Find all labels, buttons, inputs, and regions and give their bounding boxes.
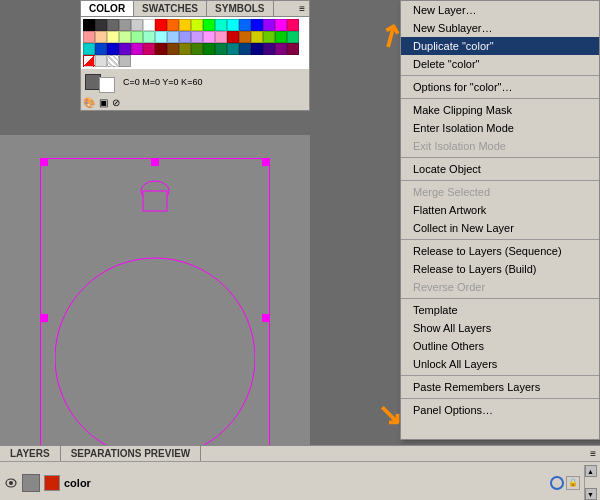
menu-item-release-build[interactable]: Release to Layers (Build)	[401, 260, 599, 278]
swatch[interactable]	[227, 43, 239, 55]
swatch[interactable]	[263, 31, 275, 43]
swatch[interactable]	[143, 43, 155, 55]
swatch[interactable]	[155, 31, 167, 43]
swatch[interactable]	[119, 55, 131, 67]
swatch[interactable]	[119, 19, 131, 31]
menu-item-outline-others[interactable]: Outline Others	[401, 337, 599, 355]
layer-name[interactable]: color	[64, 477, 546, 489]
swatch[interactable]	[131, 43, 143, 55]
swatch[interactable]	[215, 19, 227, 31]
scroll-up-arrow[interactable]: ▲	[585, 465, 597, 477]
swatch[interactable]	[167, 19, 179, 31]
tab-color[interactable]: COLOR	[81, 1, 134, 16]
swatch[interactable]	[263, 43, 275, 55]
layers-scrollbar[interactable]: ▲ ▼	[584, 465, 596, 500]
swatch[interactable]	[107, 19, 119, 31]
selection-handle	[262, 314, 270, 322]
menu-item-enter-isolation[interactable]: Enter Isolation Mode	[401, 119, 599, 137]
swatch[interactable]	[227, 19, 239, 31]
picker-icon[interactable]: 🎨	[83, 97, 95, 108]
swatch[interactable]	[179, 43, 191, 55]
swatch[interactable]	[179, 31, 191, 43]
swatch[interactable]	[251, 19, 263, 31]
menu-item-release-sequence[interactable]: Release to Layers (Sequence)	[401, 242, 599, 260]
menu-item-reverse-order[interactable]: Reverse Order	[401, 278, 599, 296]
menu-item-merge-selected[interactable]: Merge Selected	[401, 183, 599, 201]
swatch[interactable]	[251, 31, 263, 43]
menu-item-new-layer[interactable]: New Layer…	[401, 1, 599, 19]
swatch[interactable]	[239, 43, 251, 55]
swatch[interactable]	[155, 43, 167, 55]
tab-swatches[interactable]: SWATCHES	[134, 1, 207, 16]
menu-item-options-color[interactable]: Options for "color"…	[401, 78, 599, 96]
swatch[interactable]	[191, 43, 203, 55]
menu-item-unlock-all-layers[interactable]: Unlock All Layers	[401, 355, 599, 373]
panel-menu-icon[interactable]: ≡	[295, 1, 309, 16]
swatch[interactable]	[287, 43, 299, 55]
menu-item-duplicate-color[interactable]: Duplicate "color"	[401, 37, 599, 55]
swatch[interactable]	[251, 43, 263, 55]
swatch[interactable]	[191, 31, 203, 43]
menu-item-locate-object[interactable]: Locate Object	[401, 160, 599, 178]
none-icon[interactable]: ⊘	[112, 97, 120, 108]
svg-rect-6	[29, 478, 33, 482]
layer-lock-icon[interactable]: 🔒	[566, 476, 580, 490]
layers-panel-menu[interactable]: ≡	[586, 446, 600, 461]
swatch[interactable]	[83, 19, 95, 31]
swatch[interactable]	[227, 31, 239, 43]
swatch[interactable]	[167, 43, 179, 55]
tool-row: 🎨 ▣ ⊘	[81, 95, 309, 110]
background-indicator[interactable]	[99, 77, 115, 93]
swatch[interactable]	[287, 31, 299, 43]
swatch[interactable]	[275, 19, 287, 31]
menu-item-paste-remembers[interactable]: Paste Remembers Layers	[401, 378, 599, 396]
swatch[interactable]	[239, 19, 251, 31]
swatch[interactable]	[191, 19, 203, 31]
swatch[interactable]	[95, 31, 107, 43]
menu-item-template[interactable]: Template	[401, 301, 599, 319]
tab-layers[interactable]: LAYERS	[0, 446, 61, 461]
swatch[interactable]	[107, 55, 119, 67]
swatch[interactable]	[83, 43, 95, 55]
swatch[interactable]	[203, 19, 215, 31]
swatch[interactable]	[95, 19, 107, 31]
swatch[interactable]	[131, 31, 143, 43]
swatch[interactable]	[155, 19, 167, 31]
swatch[interactable]	[275, 43, 287, 55]
layer-visibility-toggle[interactable]	[4, 476, 18, 490]
menu-item-exit-isolation[interactable]: Exit Isolation Mode	[401, 137, 599, 155]
swatch[interactable]	[131, 19, 143, 31]
swatch[interactable]	[215, 31, 227, 43]
menu-item-make-clipping[interactable]: Make Clipping Mask	[401, 101, 599, 119]
swatch[interactable]	[83, 55, 95, 67]
swatch[interactable]	[83, 31, 95, 43]
tab-symbols[interactable]: SYMBOLS	[207, 1, 273, 16]
swatch[interactable]	[215, 43, 227, 55]
gradient-icon[interactable]: ▣	[99, 97, 108, 108]
swatch[interactable]	[119, 31, 131, 43]
tab-separations-preview[interactable]: SEPARATIONS PREVIEW	[61, 446, 202, 461]
swatch[interactable]	[95, 43, 107, 55]
swatch[interactable]	[275, 31, 287, 43]
swatch[interactable]	[143, 19, 155, 31]
swatch[interactable]	[143, 31, 155, 43]
scroll-down-arrow[interactable]: ▼	[585, 488, 597, 500]
swatch[interactable]	[167, 31, 179, 43]
menu-item-new-sublayer[interactable]: New Sublayer…	[401, 19, 599, 37]
swatch[interactable]	[239, 31, 251, 43]
layer-target-icon[interactable]	[550, 476, 564, 490]
menu-item-panel-options[interactable]: Panel Options…	[401, 401, 599, 419]
swatch[interactable]	[203, 31, 215, 43]
swatch[interactable]	[119, 43, 131, 55]
swatch[interactable]	[203, 43, 215, 55]
menu-item-collect-new-layer[interactable]: Collect in New Layer	[401, 219, 599, 237]
swatch[interactable]	[263, 19, 275, 31]
menu-item-flatten-artwork[interactable]: Flatten Artwork	[401, 201, 599, 219]
menu-item-delete-color[interactable]: Delete "color"	[401, 55, 599, 73]
swatch[interactable]	[107, 43, 119, 55]
menu-item-show-all-layers[interactable]: Show All Layers	[401, 319, 599, 337]
swatch[interactable]	[107, 31, 119, 43]
swatch[interactable]	[95, 55, 107, 67]
swatch[interactable]	[287, 19, 299, 31]
swatch[interactable]	[179, 19, 191, 31]
